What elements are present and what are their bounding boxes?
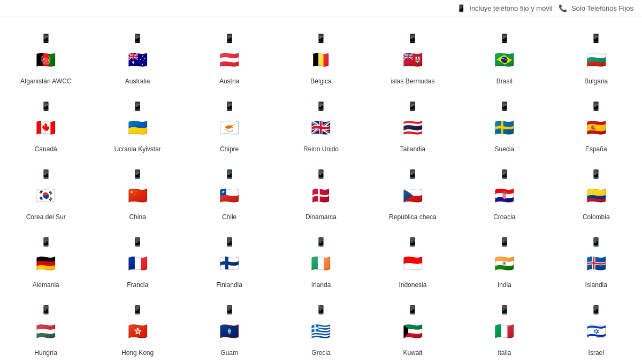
flag-circle: 🇬🇧	[308, 114, 334, 141]
mobile-phone-icon: 📱	[407, 305, 418, 315]
country-name: Afganistán AWCC	[20, 78, 72, 85]
country-name: Indonesia	[399, 281, 426, 289]
country-item[interactable]: 📱🇫🇷Francia	[91, 226, 183, 294]
mobile-phone-icon: 📱	[224, 305, 235, 315]
country-item[interactable]: 📱🇰🇼Kuwait	[367, 294, 458, 362]
mobile-phone-icon: 📱	[316, 101, 326, 111]
mobile-phone-icon: 📱	[224, 169, 235, 179]
country-item[interactable]: 📱🇧🇷Brasil	[458, 22, 550, 90]
country-item[interactable]: 📱🇩🇪Alemania	[0, 226, 91, 294]
flag-circle: 🇮🇪	[308, 250, 334, 277]
mobile-legend-icon: 📱	[457, 4, 465, 12]
mobile-phone-icon: 📱	[499, 305, 510, 315]
country-name: Israel	[588, 349, 604, 357]
mobile-phone-icon: 📱	[407, 237, 418, 247]
mobile-phone-icon: 📱	[41, 237, 51, 247]
country-item[interactable]: 📱🇦🇹Austria	[184, 22, 275, 90]
country-item[interactable]: 📱🇮🇪Irlanda	[275, 226, 366, 294]
country-item[interactable]: 📱🇭🇷Croacia	[458, 158, 550, 226]
country-name: Croacia	[493, 213, 515, 221]
flag-circle: 🇧🇷	[491, 47, 518, 73]
mobile-phone-icon: 📱	[407, 169, 418, 179]
country-item[interactable]: 📱🇦🇺Australia	[91, 22, 183, 90]
country-item[interactable]: 📱🇮🇱Israel	[551, 294, 642, 362]
country-name: Tailandia	[400, 145, 425, 153]
flag-circle: 🇦🇺	[124, 47, 151, 73]
country-item[interactable]: 📱🇨🇴Colombia	[551, 158, 642, 226]
flag-circle: 🇫🇷	[124, 250, 151, 277]
country-name: islas Bermudas	[391, 78, 434, 85]
country-item[interactable]: 📱🇹🇭Tailandia	[367, 90, 458, 158]
country-item[interactable]: 📱🇬🇺Guam	[184, 294, 275, 362]
flag-circle: 🇪🇸	[583, 114, 609, 141]
country-item[interactable]: 📱🇧🇪Bélgica	[275, 22, 366, 90]
country-item[interactable]: 📱🇨🇿Republica checa	[367, 158, 458, 226]
country-item[interactable]: 📱🇨🇳China	[91, 158, 183, 226]
country-name: Hungría	[34, 349, 57, 357]
flag-circle: 🇸🇪	[491, 114, 518, 141]
flag-circle: 🇭🇺	[33, 318, 59, 345]
country-item[interactable]: 📱🇮🇳India	[458, 226, 550, 294]
mobile-phone-icon: 📱	[407, 33, 418, 43]
flag-circle: 🇦🇹	[216, 47, 243, 73]
country-name: Italia	[498, 349, 511, 357]
flag-circle: 🇩🇰	[308, 182, 334, 209]
country-item[interactable]: 📱🇰🇷Corea del Sur	[0, 158, 91, 226]
country-item[interactable]: 📱🇦🇫Afganistán AWCC	[0, 22, 91, 90]
country-grid: 📱🇦🇫Afganistán AWCC📱🇦🇺Australia📱🇦🇹Austria…	[0, 17, 642, 364]
flag-circle: 🇮🇱	[583, 318, 609, 345]
country-item[interactable]: 📱🇮🇸Islandia	[551, 226, 642, 294]
flag-circle: 🇨🇾	[216, 114, 243, 141]
mobile-phone-icon: 📱	[132, 101, 143, 111]
country-item[interactable]: 📱🇬🇧Reino Unido	[275, 90, 366, 158]
country-item[interactable]: 📱🇧🇲islas Bermudas	[367, 22, 458, 90]
country-name: Hong Kong	[121, 349, 154, 357]
country-item[interactable]: 📱🇭🇺Hungría	[0, 294, 91, 362]
country-item[interactable]: 📱🇪🇸España	[551, 90, 642, 158]
country-name: Austria	[219, 78, 239, 85]
flag-circle: 🇨🇴	[583, 182, 609, 209]
country-item[interactable]: 📱🇬🇷Grecia	[275, 294, 366, 362]
mobile-phone-icon: 📱	[591, 169, 601, 179]
country-item[interactable]: 📱🇮🇩Indonesia	[367, 226, 458, 294]
flag-circle: 🇨🇦	[33, 114, 59, 141]
country-item[interactable]: 📱🇭🇰Hong Kong	[91, 294, 183, 362]
country-name: Canadá	[35, 145, 57, 153]
country-item[interactable]: 📱🇨🇦Canadá	[0, 90, 91, 158]
flag-circle: 🇨🇱	[216, 182, 243, 209]
mobile-phone-icon: 📱	[132, 169, 143, 179]
legend-fixed-label: Solo Telefonos Fijos	[571, 4, 633, 12]
flag-circle: 🇨🇳	[124, 182, 151, 209]
flag-circle: 🇧🇬	[583, 47, 609, 73]
country-item[interactable]: 📱🇮🇹Italia	[458, 294, 550, 362]
country-name: Chile	[222, 213, 236, 221]
mobile-phone-icon: 📱	[499, 169, 510, 179]
country-name: Guam	[220, 349, 238, 357]
flag-circle: 🇩🇪	[33, 250, 59, 277]
country-name: China	[129, 213, 146, 221]
country-item[interactable]: 📱🇨🇱Chile	[184, 158, 275, 226]
mobile-phone-icon: 📱	[316, 169, 326, 179]
country-item[interactable]: 📱🇧🇬Bulgaria	[551, 22, 642, 90]
flag-circle: 🇰🇼	[399, 318, 426, 345]
country-item[interactable]: 📱🇺🇦Ucrania Kyivstar	[91, 90, 183, 158]
mobile-phone-icon: 📱	[407, 101, 418, 111]
country-item[interactable]: 📱🇨🇾Chipre	[184, 90, 275, 158]
country-item[interactable]: 📱🇸🇪Suecia	[458, 90, 550, 158]
country-name: Francia	[127, 281, 148, 289]
country-name: Corea del Sur	[26, 213, 66, 221]
flag-circle: 🇭🇰	[124, 318, 151, 345]
phone-legend-icon: 📞	[559, 4, 567, 12]
flag-circle: 🇫🇮	[216, 250, 243, 277]
country-name: España	[585, 145, 607, 153]
country-name: India	[498, 281, 511, 289]
country-name: Dinamarca	[305, 213, 337, 221]
country-item[interactable]: 📱🇩🇰Dinamarca	[275, 158, 366, 226]
mobile-phone-icon: 📱	[224, 101, 235, 111]
country-name: Republica checa	[389, 213, 437, 221]
header: 📱 Incluye teléfono fijo y móvil 📞 Solo T…	[0, 0, 642, 17]
country-item[interactable]: 📱🇫🇮Finlandia	[184, 226, 275, 294]
legend-both-label: Incluye teléfono fijo y móvil	[469, 4, 552, 12]
mobile-phone-icon: 📱	[499, 33, 510, 43]
country-name: Chipre	[220, 145, 239, 153]
